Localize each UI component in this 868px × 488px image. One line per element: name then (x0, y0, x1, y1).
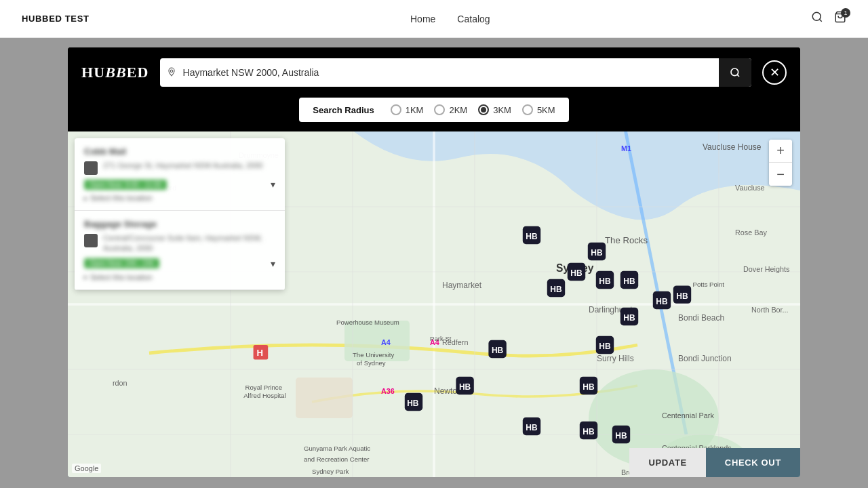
svg-text:HB: HB (599, 277, 611, 286)
radius-bar: Search Radius 1KM 2KM 3KM 5KM (68, 98, 800, 131)
modal-logo: HUBBED (81, 64, 149, 81)
svg-text:Gunyama Park Aquatic: Gunyama Park Aquatic (304, 445, 370, 452)
svg-text:Surry Hills: Surry Hills (597, 354, 634, 363)
location-name-1: Cobb Mail (84, 146, 275, 157)
hours-badge-1: Open Now: 9:00 - 11:00 (84, 180, 167, 190)
search-bar (160, 58, 751, 87)
radius-options: Search Radius 1KM 2KM 3KM 5KM (299, 98, 568, 122)
radius-2km[interactable]: 2KM (434, 104, 467, 115)
zoom-in-button[interactable]: + (769, 140, 792, 163)
svg-text:HB: HB (615, 431, 627, 441)
hours-row-2: Open Now: 24h - 24h ▾ (84, 258, 275, 269)
svg-text:The Rocks: The Rocks (605, 235, 648, 245)
nav-catalog[interactable]: Catalog (457, 14, 490, 24)
svg-text:HB: HB (550, 285, 562, 294)
svg-text:H: H (256, 348, 263, 358)
location-address-1: 271 George St, Haymarket NSW Australia, … (103, 161, 262, 171)
expand-btn-2[interactable]: ▾ (271, 258, 275, 269)
svg-text:of Sydney: of Sydney (357, 359, 386, 367)
update-button[interactable]: UPDATE (629, 448, 705, 477)
list-item: Baggage Storage Central/Concourse Suite … (75, 211, 285, 290)
top-navigation: HUBBED TEST Home Catalog 1 (0, 0, 868, 38)
svg-text:HB: HB (407, 399, 419, 408)
svg-text:A36: A36 (381, 387, 395, 395)
svg-text:HB: HB (623, 313, 635, 323)
radius-5km[interactable]: 5KM (522, 104, 555, 115)
location-modal: HUBBED ✕ Search Radius 1KM (68, 47, 800, 477)
radio-5km (522, 104, 533, 115)
svg-text:Vaucluse House: Vaucluse House (703, 142, 762, 152)
svg-text:Rose Bay: Rose Bay (735, 228, 767, 237)
svg-text:HB: HB (526, 423, 538, 432)
svg-text:HB: HB (459, 382, 471, 392)
svg-text:HB: HB (570, 268, 583, 278)
radio-3km (478, 104, 489, 115)
site-brand: HUBBED TEST (22, 14, 90, 24)
svg-point-0 (812, 12, 821, 20)
checkout-button[interactable]: CHECK OUT (706, 448, 800, 477)
svg-line-5 (737, 75, 739, 77)
svg-text:HB: HB (623, 277, 635, 286)
svg-text:HB: HB (492, 346, 504, 355)
svg-text:Dover Heights: Dover Heights (743, 265, 790, 273)
svg-text:Bondi Junction: Bondi Junction (678, 354, 732, 363)
svg-text:M1: M1 (621, 144, 631, 152)
nav-home[interactable]: Home (410, 14, 435, 24)
svg-text:HB: HB (656, 297, 668, 306)
radio-2km (434, 104, 445, 115)
svg-text:HB: HB (591, 248, 603, 258)
radio-1km (391, 104, 401, 115)
zoom-controls: + − (769, 140, 792, 186)
svg-text:Park St: Park St (430, 335, 452, 342)
svg-text:A4: A4 (381, 338, 391, 346)
svg-text:and Recreation Center: and Recreation Center (304, 455, 370, 463)
map-area[interactable]: The Rocks Sydney Haymarket Darlinghurst … (68, 131, 800, 477)
svg-text:rdon: rdon (113, 379, 127, 387)
hours-badge-2: Open Now: 24h - 24h (84, 258, 159, 268)
svg-text:Centennial Park: Centennial Park (662, 411, 714, 420)
location-icon-1 (84, 161, 98, 175)
svg-text:HB: HB (526, 232, 538, 241)
hours-row-1: Open Now: 9:00 - 11:00 ▾ (84, 179, 275, 190)
location-name-2: Baggage Storage (84, 219, 275, 229)
radius-label: Search Radius (313, 105, 374, 115)
modal-header: HUBBED ✕ (68, 47, 800, 98)
list-item: Cobb Mail 271 George St, Haymarket NSW A… (75, 138, 285, 211)
search-submit-button[interactable] (719, 58, 751, 87)
radius-3km[interactable]: 3KM (478, 104, 511, 115)
svg-text:Haymarket: Haymarket (442, 281, 482, 290)
location-search-input[interactable] (183, 67, 719, 78)
svg-text:Marrickvil...: Marrickvil... (129, 476, 166, 477)
svg-text:Bondi Beach: Bondi Beach (678, 313, 724, 323)
svg-text:Powerhouse Museum: Powerhouse Museum (336, 319, 399, 326)
svg-rect-13 (296, 378, 353, 418)
svg-text:HB: HB (583, 427, 595, 436)
location-icon (160, 67, 183, 79)
svg-point-4 (731, 68, 738, 76)
svg-text:HB: HB (676, 291, 688, 301)
close-modal-button[interactable]: ✕ (762, 60, 787, 85)
svg-text:Potts Point: Potts Point (693, 281, 725, 288)
select-location-2[interactable]: Select this location (84, 273, 275, 281)
zoom-out-button[interactable]: − (769, 163, 792, 186)
svg-text:North Bor...: North Bor... (751, 306, 789, 314)
svg-line-1 (819, 19, 821, 21)
svg-text:HB: HB (583, 382, 595, 392)
search-button[interactable] (811, 11, 823, 26)
cart-button[interactable]: 1 (834, 11, 846, 26)
svg-text:Alfred Hospital: Alfred Hospital (243, 392, 285, 399)
svg-text:Sydney Park: Sydney Park (312, 468, 349, 475)
location-list-panel: Cobb Mail 271 George St, Haymarket NSW A… (75, 138, 285, 290)
select-location-1[interactable]: Select this location (84, 194, 275, 202)
radius-1km[interactable]: 1KM (391, 104, 424, 115)
address-row-2: Central/Concourse Suite 6am, Haymarket N… (84, 233, 275, 254)
svg-text:The University: The University (353, 351, 395, 359)
expand-btn-1[interactable]: ▾ (271, 179, 275, 190)
svg-text:Royal Prince: Royal Prince (245, 384, 282, 391)
location-address-2: Central/Concourse Suite 6am, Haymarket N… (103, 233, 275, 254)
address-row-1: 271 George St, Haymarket NSW Australia, … (84, 161, 275, 175)
cart-badge: 1 (841, 8, 850, 18)
nav-icons: 1 (811, 11, 846, 26)
svg-point-3 (170, 70, 173, 73)
location-icon-2 (84, 234, 98, 247)
